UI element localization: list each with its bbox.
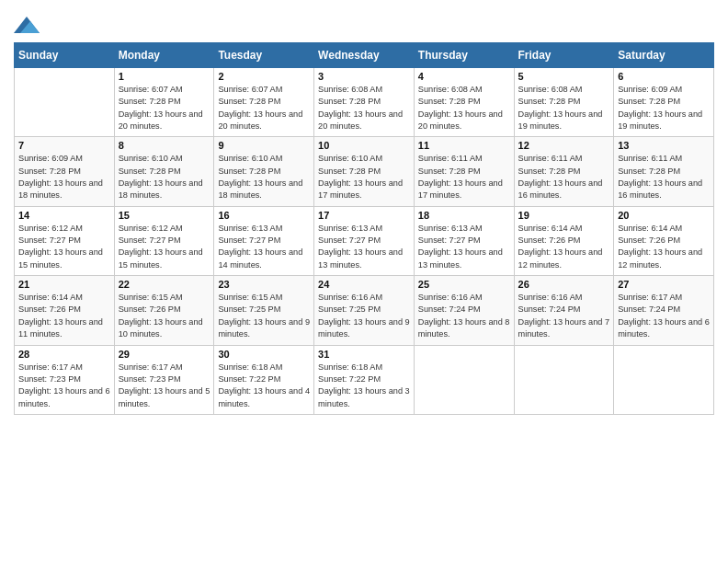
sunrise-text: Sunrise: 6:08 AM xyxy=(318,84,410,96)
weekday-header-friday: Friday xyxy=(514,43,614,68)
day-number: 23 xyxy=(218,279,310,290)
daylight-text: Daylight: 13 hours and 12 minutes. xyxy=(618,247,710,271)
day-number: 7 xyxy=(18,140,110,151)
sunset-text: Sunset: 7:28 PM xyxy=(518,96,610,108)
day-info: Sunrise: 6:10 AMSunset: 7:28 PMDaylight:… xyxy=(318,153,410,201)
day-number: 2 xyxy=(218,71,310,82)
sunset-text: Sunset: 7:28 PM xyxy=(119,166,210,178)
calendar-cell: 25Sunrise: 6:16 AMSunset: 7:24 PMDayligh… xyxy=(414,276,514,345)
calendar-cell: 6Sunrise: 6:09 AMSunset: 7:28 PMDaylight… xyxy=(614,68,714,137)
daylight-text: Daylight: 13 hours and 6 minutes. xyxy=(18,385,110,410)
daylight-text: Daylight: 13 hours and 15 minutes. xyxy=(18,247,110,271)
day-number: 29 xyxy=(119,349,210,360)
weekday-header-wednesday: Wednesday xyxy=(314,43,415,68)
sunset-text: Sunset: 7:28 PM xyxy=(119,96,210,108)
day-number: 21 xyxy=(18,279,110,290)
daylight-text: Daylight: 13 hours and 18 minutes. xyxy=(119,178,210,202)
day-number: 9 xyxy=(218,140,310,151)
calendar-cell: 21Sunrise: 6:14 AMSunset: 7:26 PMDayligh… xyxy=(15,276,115,345)
calendar-cell: 12Sunrise: 6:11 AMSunset: 7:28 PMDayligh… xyxy=(514,137,614,206)
sunset-text: Sunset: 7:25 PM xyxy=(318,304,410,316)
sunset-text: Sunset: 7:26 PM xyxy=(618,235,710,247)
day-info: Sunrise: 6:16 AMSunset: 7:24 PMDaylight:… xyxy=(418,292,510,340)
daylight-text: Daylight: 13 hours and 6 minutes. xyxy=(618,316,710,341)
day-number: 15 xyxy=(119,210,210,221)
sunrise-text: Sunrise: 6:14 AM xyxy=(618,223,710,235)
day-number: 10 xyxy=(318,140,410,151)
sunrise-text: Sunrise: 6:16 AM xyxy=(518,292,610,304)
daylight-text: Daylight: 13 hours and 4 minutes. xyxy=(218,385,310,410)
day-info: Sunrise: 6:09 AMSunset: 7:28 PMDaylight:… xyxy=(18,153,110,201)
sunrise-text: Sunrise: 6:11 AM xyxy=(418,153,510,165)
sunrise-text: Sunrise: 6:08 AM xyxy=(418,84,510,96)
calendar-cell: 18Sunrise: 6:13 AMSunset: 7:27 PMDayligh… xyxy=(414,206,514,275)
day-info: Sunrise: 6:07 AMSunset: 7:28 PMDaylight:… xyxy=(119,84,210,132)
day-info: Sunrise: 6:11 AMSunset: 7:28 PMDaylight:… xyxy=(618,153,710,201)
logo xyxy=(14,15,40,37)
sunrise-text: Sunrise: 6:11 AM xyxy=(618,153,710,165)
sunset-text: Sunset: 7:28 PM xyxy=(418,96,510,108)
day-number: 8 xyxy=(119,140,210,151)
calendar-cell: 22Sunrise: 6:15 AMSunset: 7:26 PMDayligh… xyxy=(114,276,214,345)
sunrise-text: Sunrise: 6:10 AM xyxy=(218,153,310,165)
sunrise-text: Sunrise: 6:13 AM xyxy=(218,223,310,235)
calendar-cell: 15Sunrise: 6:12 AMSunset: 7:27 PMDayligh… xyxy=(114,206,214,275)
day-info: Sunrise: 6:08 AMSunset: 7:28 PMDaylight:… xyxy=(418,84,510,132)
day-info: Sunrise: 6:14 AMSunset: 7:26 PMDaylight:… xyxy=(18,292,110,340)
sunset-text: Sunset: 7:27 PM xyxy=(18,235,110,247)
sunset-text: Sunset: 7:27 PM xyxy=(218,235,310,247)
day-number: 5 xyxy=(518,71,610,82)
weekday-header-row: SundayMondayTuesdayWednesdayThursdayFrid… xyxy=(15,43,714,68)
sunrise-text: Sunrise: 6:18 AM xyxy=(318,362,410,373)
calendar-week-row: 7Sunrise: 6:09 AMSunset: 7:28 PMDaylight… xyxy=(15,137,714,206)
sunrise-text: Sunrise: 6:12 AM xyxy=(18,223,110,235)
weekday-header-thursday: Thursday xyxy=(414,43,514,68)
calendar-cell: 27Sunrise: 6:17 AMSunset: 7:24 PMDayligh… xyxy=(614,276,714,345)
day-number: 22 xyxy=(119,279,210,290)
calendar-cell: 4Sunrise: 6:08 AMSunset: 7:28 PMDaylight… xyxy=(414,68,514,137)
sunset-text: Sunset: 7:24 PM xyxy=(618,304,710,316)
sunset-text: Sunset: 7:26 PM xyxy=(18,304,110,316)
sunrise-text: Sunrise: 6:08 AM xyxy=(518,84,610,96)
sunset-text: Sunset: 7:28 PM xyxy=(618,166,710,178)
daylight-text: Daylight: 13 hours and 8 minutes. xyxy=(418,316,510,341)
sunrise-text: Sunrise: 6:17 AM xyxy=(18,362,110,373)
calendar-cell: 19Sunrise: 6:14 AMSunset: 7:26 PMDayligh… xyxy=(514,206,614,275)
day-info: Sunrise: 6:15 AMSunset: 7:26 PMDaylight:… xyxy=(119,292,210,340)
daylight-text: Daylight: 13 hours and 17 minutes. xyxy=(418,178,510,202)
day-info: Sunrise: 6:16 AMSunset: 7:24 PMDaylight:… xyxy=(518,292,610,340)
sunset-text: Sunset: 7:23 PM xyxy=(119,373,210,385)
daylight-text: Daylight: 13 hours and 20 minutes. xyxy=(318,109,410,133)
calendar-cell: 20Sunrise: 6:14 AMSunset: 7:26 PMDayligh… xyxy=(614,206,714,275)
daylight-text: Daylight: 13 hours and 9 minutes. xyxy=(218,316,310,341)
sunrise-text: Sunrise: 6:16 AM xyxy=(318,292,410,304)
calendar-cell: 29Sunrise: 6:17 AMSunset: 7:23 PMDayligh… xyxy=(114,345,214,414)
page-header xyxy=(14,9,714,37)
weekday-header-saturday: Saturday xyxy=(614,43,714,68)
day-info: Sunrise: 6:17 AMSunset: 7:23 PMDaylight:… xyxy=(119,362,210,410)
day-number: 6 xyxy=(618,71,710,82)
calendar-week-row: 1Sunrise: 6:07 AMSunset: 7:28 PMDaylight… xyxy=(15,68,714,137)
day-info: Sunrise: 6:08 AMSunset: 7:28 PMDaylight:… xyxy=(318,84,410,132)
day-number: 27 xyxy=(618,279,710,290)
day-number: 4 xyxy=(418,71,510,82)
daylight-text: Daylight: 13 hours and 20 minutes. xyxy=(218,109,310,133)
sunset-text: Sunset: 7:28 PM xyxy=(18,166,110,178)
daylight-text: Daylight: 13 hours and 7 minutes. xyxy=(518,316,610,341)
daylight-text: Daylight: 13 hours and 16 minutes. xyxy=(518,178,610,202)
day-number: 19 xyxy=(518,210,610,221)
day-number: 17 xyxy=(318,210,410,221)
sunrise-text: Sunrise: 6:15 AM xyxy=(218,292,310,304)
calendar-cell xyxy=(15,68,115,137)
sunset-text: Sunset: 7:28 PM xyxy=(418,166,510,178)
day-info: Sunrise: 6:15 AMSunset: 7:25 PMDaylight:… xyxy=(218,292,310,340)
calendar-week-row: 14Sunrise: 6:12 AMSunset: 7:27 PMDayligh… xyxy=(15,206,714,275)
day-number: 18 xyxy=(418,210,510,221)
calendar-cell: 3Sunrise: 6:08 AMSunset: 7:28 PMDaylight… xyxy=(314,68,415,137)
sunrise-text: Sunrise: 6:09 AM xyxy=(18,153,110,165)
day-info: Sunrise: 6:17 AMSunset: 7:24 PMDaylight:… xyxy=(618,292,710,340)
day-info: Sunrise: 6:13 AMSunset: 7:27 PMDaylight:… xyxy=(418,223,510,271)
daylight-text: Daylight: 13 hours and 20 minutes. xyxy=(418,109,510,133)
daylight-text: Daylight: 13 hours and 19 minutes. xyxy=(518,109,610,133)
day-number: 11 xyxy=(418,140,510,151)
